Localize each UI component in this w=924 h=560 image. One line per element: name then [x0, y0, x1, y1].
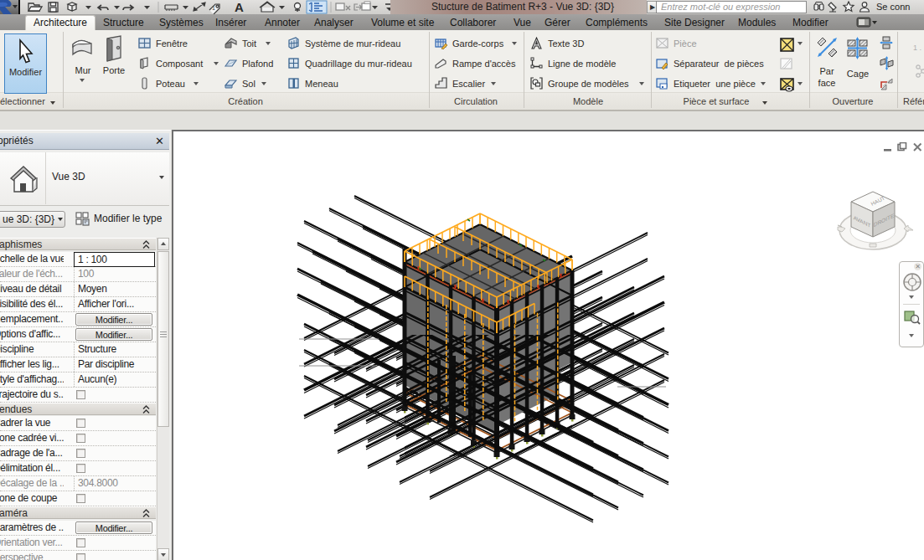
- svg-text:1: 1: [212, 5, 215, 11]
- svg-text:A: A: [235, 0, 244, 14]
